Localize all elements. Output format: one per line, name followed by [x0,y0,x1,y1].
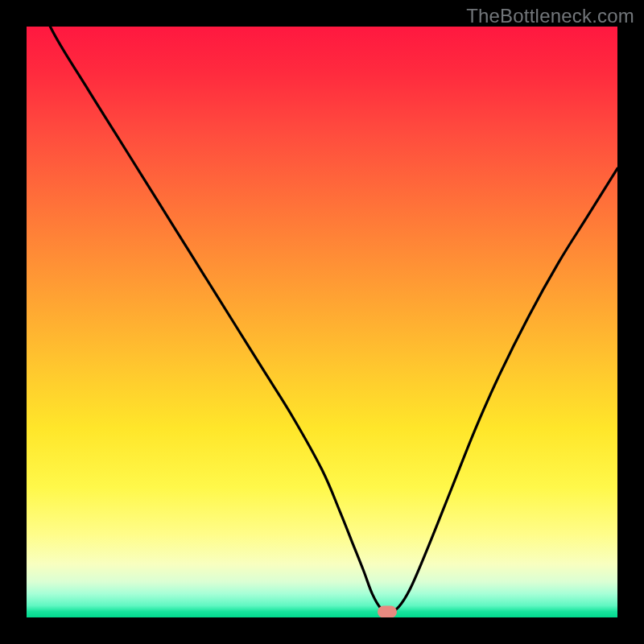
chart-frame: TheBottleneck.com [0,0,644,644]
bottleneck-curve-line [27,27,617,612]
curve-svg [27,27,617,617]
optimum-marker [378,605,397,617]
watermark-text: TheBottleneck.com [466,5,634,27]
plot-area [27,27,617,617]
